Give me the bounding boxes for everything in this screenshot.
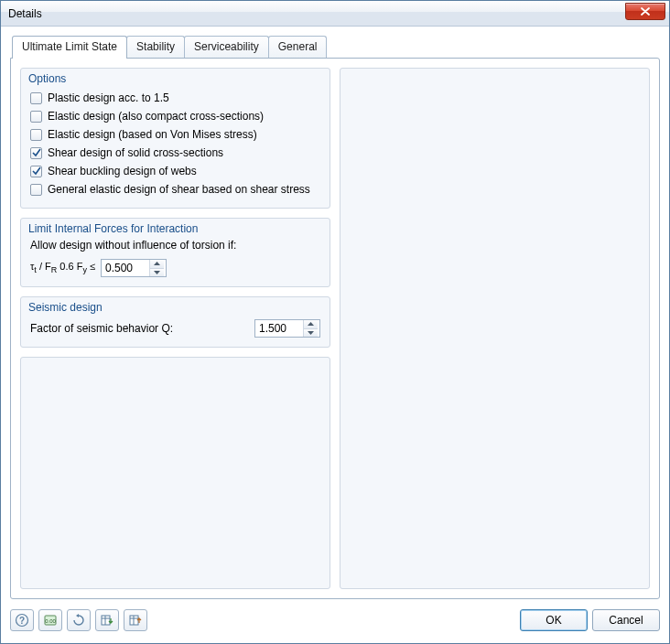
group-limit-forces: Limit Internal Forces for Interaction Al… [20,218,330,287]
window-title: Details [8,7,625,20]
group-options-legend: Options [28,72,66,85]
spin-up[interactable] [150,260,164,269]
seismic-label: Factor of seismic behavior Q: [30,322,173,335]
spin-up[interactable] [304,320,318,329]
save-default-button[interactable] [124,609,147,631]
svg-text:0.00: 0.00 [45,618,56,624]
reset-button[interactable] [67,609,91,631]
option-label: Plastic design acc. to 1.5 [48,91,169,104]
option-shear-solid[interactable]: Shear design of solid cross-sections [30,144,320,162]
tab-stability[interactable]: Stability [126,36,185,58]
checkbox-elastic-compact[interactable] [30,111,42,123]
group-empty-left [20,357,330,589]
option-label: General elastic design of shear based on… [48,183,310,196]
option-label: Shear design of solid cross-sections [48,146,223,159]
checkbox-elastic-vonmises[interactable] [30,129,42,141]
limit-formula: τt / FR 0.6 Fy ≤ [30,261,95,274]
option-elastic-compact[interactable]: Elastic design (also compact cross-secti… [30,107,320,125]
tab-ultimate-limit-state[interactable]: Ultimate Limit State [12,36,127,59]
option-label: Elastic design (also compact cross-secti… [48,110,264,123]
limit-formula-row: τt / FR 0.6 Fy ≤ [30,259,320,277]
seismic-q-input[interactable] [255,320,303,337]
tabpanel: Options Plastic design acc. to 1.5 Elast… [10,58,660,599]
dialog-window: Details Ultimate Limit State Stability S… [0,0,670,644]
close-button[interactable] [625,3,665,20]
preview-panel [340,68,650,589]
option-label: Elastic design (based on Von Mises stres… [48,128,257,141]
tabstrip: Ultimate Limit State Stability Serviceab… [12,36,660,58]
load-default-button[interactable] [95,609,119,631]
table-export-icon [128,613,143,628]
group-seismic-legend: Seismic design [28,301,103,314]
torsion-limit-input[interactable] [102,260,149,276]
reset-icon [71,613,86,628]
units-button[interactable]: 0.00 [38,609,62,631]
checkbox-plastic-design[interactable] [30,92,42,104]
group-limit-legend: Limit Internal Forces for Interaction [28,222,198,235]
tab-serviceability[interactable]: Serviceability [184,36,269,58]
spin-down[interactable] [304,329,318,338]
option-elastic-vonmises[interactable]: Elastic design (based on Von Mises stres… [30,125,320,144]
torsion-limit-spinner[interactable] [101,259,167,277]
ok-button[interactable]: OK [520,609,588,631]
dialog-footer: ? 0.00 [10,599,660,634]
titlebar: Details [1,1,669,27]
option-label: Shear buckling design of webs [48,165,197,177]
group-seismic: Seismic design Factor of seismic behavio… [20,296,330,348]
help-icon: ? [15,613,29,628]
spin-down[interactable] [150,269,164,277]
tab-general[interactable]: General [268,36,328,58]
cancel-button[interactable]: Cancel [592,609,660,631]
decimals-icon: 0.00 [43,613,58,628]
help-button[interactable]: ? [10,609,34,631]
checkbox-shear-solid[interactable] [30,147,42,159]
limit-intro: Allow design without influence of torsio… [30,239,320,252]
checkbox-shear-buckling[interactable] [30,166,42,177]
left-column: Options Plastic design acc. to 1.5 Elast… [20,68,330,589]
svg-text:?: ? [19,616,25,626]
group-options: Options Plastic design acc. to 1.5 Elast… [20,68,330,209]
option-shear-buckling[interactable]: Shear buckling design of webs [30,162,320,180]
seismic-row: Factor of seismic behavior Q: [30,319,320,338]
option-elastic-shear-stress[interactable]: General elastic design of shear based on… [30,180,320,199]
seismic-q-spinner[interactable] [254,319,320,338]
table-import-icon [100,613,114,628]
client-area: Ultimate Limit State Stability Serviceab… [1,27,669,643]
option-plastic-design[interactable]: Plastic design acc. to 1.5 [30,89,320,107]
checkbox-elastic-shear-stress[interactable] [30,184,42,196]
close-icon [641,7,650,16]
right-column [340,68,650,589]
